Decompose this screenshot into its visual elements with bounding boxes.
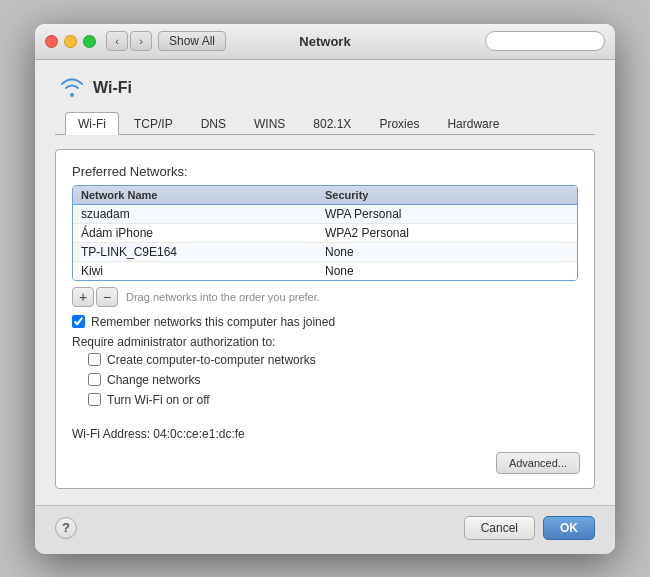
table-controls: + − Drag networks into the order you pre… (72, 287, 578, 307)
tab-8021x[interactable]: 802.1X (300, 112, 364, 135)
tab-hardware[interactable]: Hardware (434, 112, 512, 135)
network-security-0: WPA Personal (325, 207, 569, 221)
change-networks-row: Change networks (88, 373, 578, 387)
content-area: Wi-Fi Wi-Fi TCP/IP DNS WINS 802.1X Proxi… (35, 60, 615, 505)
show-all-button[interactable]: Show All (158, 31, 226, 51)
remember-networks-checkbox[interactable] (72, 315, 85, 328)
wifi-icon (59, 76, 85, 101)
help-button[interactable]: ? (55, 517, 77, 539)
require-auth-label: Require administrator authorization to: (72, 335, 578, 349)
bottom-bar: ? Cancel OK (35, 505, 615, 554)
advanced-button[interactable]: Advanced... (496, 452, 580, 474)
service-header: Wi-Fi (55, 76, 595, 101)
preferred-networks-label: Preferred Networks: (72, 164, 578, 179)
maximize-button[interactable] (83, 35, 96, 48)
tab-dns[interactable]: DNS (188, 112, 239, 135)
tab-wifi[interactable]: Wi-Fi (65, 112, 119, 135)
close-button[interactable] (45, 35, 58, 48)
main-panel: Preferred Networks: Network Name Securit… (55, 149, 595, 489)
network-name-2: TP-LINK_C9E164 (81, 245, 325, 259)
remove-network-button[interactable]: − (96, 287, 118, 307)
col-security: Security (325, 189, 569, 201)
table-header: Network Name Security (73, 186, 577, 205)
network-name-3: Kiwi (81, 264, 325, 278)
network-window: ‹ › Show All Network Wi-Fi Wi-Fi TCP/IP … (35, 24, 615, 554)
remember-networks-row: Remember networks this computer has join… (72, 315, 578, 329)
wifi-address: Wi-Fi Address: 04:0c:ce:e1:dc:fe (72, 427, 578, 441)
titlebar: ‹ › Show All Network (35, 24, 615, 60)
create-p2p-row: Create computer-to-computer networks (88, 353, 578, 367)
create-p2p-checkbox[interactable] (88, 353, 101, 366)
network-security-1: WPA2 Personal (325, 226, 569, 240)
auth-options: Create computer-to-computer networks Cha… (72, 353, 578, 407)
table-row[interactable]: Kiwi None (73, 262, 577, 280)
window-title: Network (299, 34, 350, 49)
change-networks-label: Change networks (107, 373, 200, 387)
network-security-3: None (325, 264, 569, 278)
turn-wifi-row: Turn Wi-Fi on or off (88, 393, 578, 407)
ok-button[interactable]: OK (543, 516, 595, 540)
change-networks-checkbox[interactable] (88, 373, 101, 386)
service-name: Wi-Fi (93, 79, 132, 97)
tab-wins[interactable]: WINS (241, 112, 298, 135)
nav-buttons: ‹ › (106, 31, 152, 51)
networks-table: Network Name Security szuadam WPA Person… (72, 185, 578, 281)
back-button[interactable]: ‹ (106, 31, 128, 51)
turn-wifi-label: Turn Wi-Fi on or off (107, 393, 210, 407)
col-network-name: Network Name (81, 189, 325, 201)
remember-networks-label: Remember networks this computer has join… (91, 315, 335, 329)
turn-wifi-checkbox[interactable] (88, 393, 101, 406)
network-security-2: None (325, 245, 569, 259)
cancel-button[interactable]: Cancel (464, 516, 535, 540)
table-row[interactable]: szuadam WPA Personal (73, 205, 577, 224)
table-row[interactable]: TP-LINK_C9E164 None (73, 243, 577, 262)
drag-hint: Drag networks into the order you prefer. (126, 291, 320, 303)
create-p2p-label: Create computer-to-computer networks (107, 353, 316, 367)
wifi-address-value: 04:0c:ce:e1:dc:fe (153, 427, 244, 441)
minimize-button[interactable] (64, 35, 77, 48)
bottom-buttons: Cancel OK (464, 516, 595, 540)
add-network-button[interactable]: + (72, 287, 94, 307)
wifi-address-label: Wi-Fi Address: (72, 427, 150, 441)
tabs-container: Wi-Fi TCP/IP DNS WINS 802.1X Proxies Har… (55, 111, 595, 135)
network-name-0: szuadam (81, 207, 325, 221)
traffic-lights (45, 35, 96, 48)
tab-tcpip[interactable]: TCP/IP (121, 112, 186, 135)
table-body: szuadam WPA Personal Ádám iPhone WPA2 Pe… (73, 205, 577, 280)
tab-proxies[interactable]: Proxies (366, 112, 432, 135)
forward-button[interactable]: › (130, 31, 152, 51)
table-row[interactable]: Ádám iPhone WPA2 Personal (73, 224, 577, 243)
network-name-1: Ádám iPhone (81, 226, 325, 240)
search-input[interactable] (485, 31, 605, 51)
